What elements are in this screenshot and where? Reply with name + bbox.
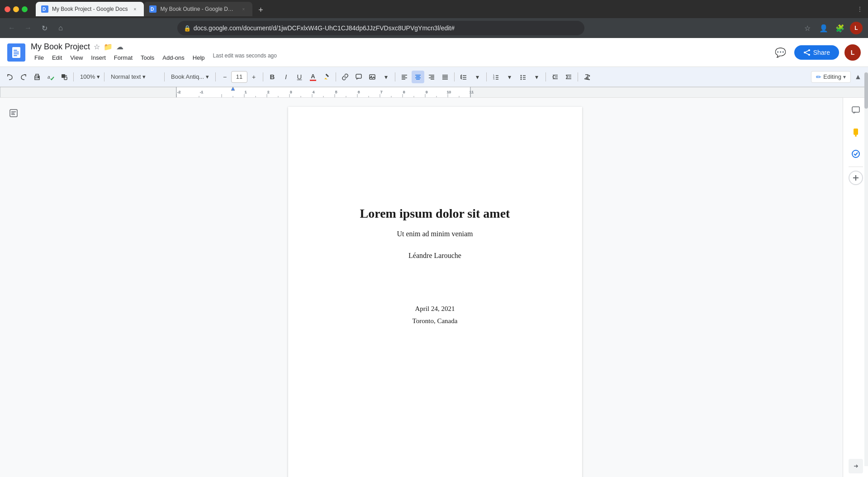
menu-format[interactable]: Format (110, 52, 136, 63)
forward-button[interactable]: → (22, 22, 34, 34)
home-button[interactable]: ⌂ (54, 22, 67, 34)
new-tab-button[interactable]: + (254, 4, 267, 16)
toolbar-sep-8 (454, 72, 455, 81)
redo-button[interactable] (17, 71, 30, 83)
align-center-button[interactable] (412, 71, 424, 83)
insert-image-dropdown[interactable]: ▾ (379, 71, 392, 83)
minimize-window-button[interactable] (13, 6, 19, 12)
line-spacing-dropdown[interactable]: ▾ (471, 71, 484, 83)
right-panel-sep (849, 167, 863, 167)
editing-mode-pencil-icon: ✏ (816, 73, 821, 81)
document-outline-button[interactable] (7, 107, 20, 119)
last-edit-text: Last edit was seconds ago (213, 52, 277, 63)
paint-format-button[interactable] (58, 71, 71, 83)
bulleted-list-button[interactable] (517, 71, 529, 83)
bold-button[interactable]: B (266, 71, 279, 83)
editing-mode-selector[interactable]: ✏ Editing ▾ (811, 71, 851, 83)
line-spacing-button[interactable] (457, 71, 470, 83)
svg-text:6: 6 (358, 90, 360, 94)
svg-rect-112 (854, 129, 858, 135)
menu-file[interactable]: File (31, 52, 47, 63)
tab-1[interactable]: D My Book Project - Google Docs × (36, 2, 144, 16)
star-icon[interactable]: ☆ (94, 43, 100, 51)
docs-title-row: My Book Project ☆ 📁 ☁ (31, 42, 767, 52)
tab-2[interactable]: D My Book Outline - Google Doc... × (144, 2, 252, 16)
svg-text:7: 7 (380, 90, 383, 94)
zoom-dropdown[interactable]: 100% ▾ (76, 71, 101, 83)
svg-rect-5 (14, 50, 17, 51)
align-justify-button[interactable] (439, 71, 451, 83)
font-size-decrease-button[interactable]: − (218, 71, 231, 83)
comments-button[interactable]: 💬 (773, 44, 789, 61)
scrollbar-thumb[interactable] (864, 98, 868, 109)
insert-image-button[interactable] (366, 71, 379, 83)
doc-page[interactable]: Lorem ipsum dolor sit amet Ut enim ad mi… (288, 107, 582, 477)
toolbar-sep-10 (545, 72, 546, 81)
comments-panel-button[interactable] (847, 101, 865, 119)
style-dropdown[interactable]: Normal text ▾ (107, 71, 161, 83)
svg-text:8: 8 (403, 90, 405, 94)
svg-point-51 (521, 78, 522, 80)
menu-view[interactable]: View (66, 52, 86, 63)
undo-button[interactable] (4, 71, 16, 83)
url-box[interactable]: 🔒 docs.google.com/document/d/1jwDCFxlxW4… (177, 21, 584, 35)
share-button[interactable]: Share (794, 45, 839, 60)
menu-tools[interactable]: Tools (137, 52, 158, 63)
url-text: docs.google.com/document/d/1jwDCFxlxW4G-… (194, 24, 578, 32)
bulleted-list-dropdown[interactable]: ▾ (530, 71, 543, 83)
google-keep-button[interactable] (847, 123, 865, 141)
folder-icon[interactable]: 📁 (104, 43, 113, 51)
svg-line-12 (805, 50, 809, 52)
tasks-button[interactable] (847, 145, 865, 163)
toolbar-sep-2 (104, 72, 104, 81)
spell-check-button[interactable]: a (44, 71, 57, 83)
clear-formatting-button[interactable] (581, 71, 593, 83)
docs-content-wrapper[interactable]: Lorem ipsum dolor sit amet Ut enim ad mi… (27, 98, 843, 477)
profile-icon[interactable]: 👤 (817, 22, 830, 34)
indent-decrease-button[interactable] (549, 71, 561, 83)
close-window-button[interactable] (5, 6, 10, 12)
window-menu-icon[interactable]: ⋮ (856, 5, 863, 13)
menu-edit[interactable]: Edit (48, 52, 66, 63)
font-size-increase-button[interactable]: + (247, 71, 260, 83)
doc-date: April 24, 2021 (415, 305, 455, 313)
text-color-button[interactable]: A (307, 71, 319, 83)
indent-increase-button[interactable] (562, 71, 575, 83)
navigation-button[interactable] (849, 459, 863, 473)
svg-rect-14 (35, 78, 39, 80)
user-profile-avatar[interactable]: L (844, 44, 861, 61)
svg-rect-20 (356, 74, 361, 78)
bookmark-button[interactable]: ☆ (801, 22, 814, 34)
reload-button[interactable]: ↻ (38, 22, 51, 34)
back-button[interactable]: ← (5, 22, 18, 34)
font-size-input[interactable] (231, 71, 247, 83)
tab-1-close[interactable]: × (131, 5, 138, 13)
numbered-list-button[interactable]: 1. 2. 3. (489, 71, 502, 83)
svg-point-49 (521, 75, 522, 76)
extensions-icon[interactable]: 🧩 (834, 22, 846, 34)
italic-button[interactable]: I (280, 71, 292, 83)
link-button[interactable] (339, 71, 351, 83)
svg-point-15 (38, 76, 39, 77)
highlight-button[interactable] (320, 71, 333, 83)
insert-comment-button[interactable] (352, 71, 365, 83)
tab-2-close[interactable]: × (240, 5, 247, 13)
collapse-toolbar-button[interactable]: ▲ (852, 71, 864, 83)
numbered-list-dropdown[interactable]: ▾ (503, 71, 516, 83)
align-right-button[interactable] (425, 71, 438, 83)
add-panel-button[interactable] (849, 171, 863, 185)
menu-help[interactable]: Help (189, 52, 209, 63)
print-button[interactable] (31, 71, 43, 83)
menu-addons[interactable]: Add-ons (159, 52, 188, 63)
doc-subtitle: Ut enim ad minim veniam (397, 230, 473, 238)
maximize-window-button[interactable] (22, 6, 28, 12)
cloud-icon[interactable]: ☁ (116, 43, 123, 51)
underline-button[interactable]: U (293, 71, 306, 83)
font-dropdown[interactable]: Book Antiq... ▾ (167, 71, 213, 83)
menu-insert[interactable]: Insert (87, 52, 109, 63)
align-left-button[interactable] (398, 71, 411, 83)
tab-2-favicon: D (149, 5, 157, 13)
svg-text:1: 1 (245, 90, 247, 94)
user-avatar[interactable]: L (850, 22, 863, 34)
docs-sidebar-left (0, 98, 27, 477)
